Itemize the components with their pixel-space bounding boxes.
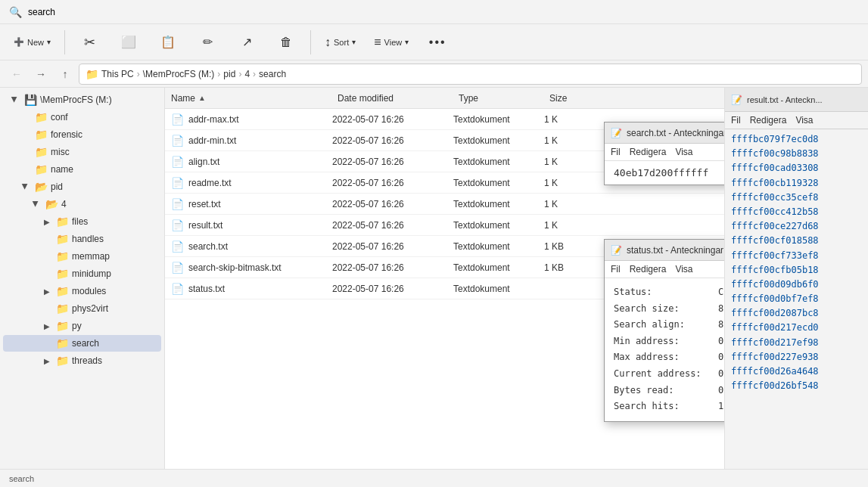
col-size[interactable]: Size: [549, 93, 610, 104]
file-icon: 📄: [171, 177, 184, 189]
file-name: result.txt: [188, 220, 332, 231]
file-name: addr-min.txt: [188, 135, 332, 146]
rename-icon: ✏: [203, 35, 213, 49]
expand-arrow-icon[interactable]: ▶: [20, 181, 32, 193]
status-row: Current address:0xfffff809bbbf6000: [614, 366, 724, 383]
expand-arrow-icon[interactable]: [20, 129, 32, 141]
file-type: Textdokument: [453, 220, 544, 231]
sidebar-item-misc[interactable]: 📁misc: [3, 144, 161, 160]
status-popup-menu: Fil Redigera Visa: [605, 261, 724, 278]
right-panel-line: ffffbc079f7ec0d8: [731, 132, 862, 147]
expand-arrow-icon[interactable]: [41, 268, 53, 280]
file-row[interactable]: 📄result.txt2022-05-07 16:26Textdokument1…: [165, 215, 724, 236]
more-button[interactable]: •••: [419, 27, 456, 57]
file-date: 2022-05-07 16:26: [332, 157, 453, 167]
up-button[interactable]: ↑: [54, 64, 76, 85]
expand-arrow-icon[interactable]: ▶: [41, 285, 53, 297]
search-popup-visa[interactable]: Visa: [675, 147, 692, 157]
search-popup-redigera[interactable]: Redigera: [630, 147, 667, 157]
view-button[interactable]: ≡ View ▾: [366, 27, 416, 57]
folder-icon: 📁: [35, 146, 48, 158]
col-date[interactable]: Date modified: [338, 93, 459, 104]
forward-button[interactable]: →: [30, 64, 51, 85]
sidebar-item-minidump[interactable]: 📁minidump: [3, 265, 161, 282]
folder-icon: 📁: [35, 129, 48, 141]
file-date: 2022-05-07 16:26: [332, 135, 453, 146]
right-panel-line: ffffcf00c98b8838: [731, 147, 862, 161]
search-txt-popup: 📝 search.txt - Anteckningar Fil Redigera…: [604, 122, 724, 185]
sidebar-item-pid[interactable]: ▶📂pid: [3, 178, 161, 195]
sidebar-item-search[interactable]: 📁search: [3, 335, 161, 352]
sidebar-item-name[interactable]: 📁name: [3, 161, 161, 178]
sidebar-item-conf[interactable]: 📁conf: [3, 109, 161, 126]
right-panel-line: ffffcf00ce227d68: [731, 219, 862, 234]
copy-button[interactable]: ⬜: [110, 27, 147, 57]
expand-arrow-icon[interactable]: ▶: [41, 216, 53, 228]
toolbar-separator: [64, 30, 65, 54]
expand-arrow-icon[interactable]: [20, 111, 32, 123]
sidebar-item-phys2virt[interactable]: 📁phys2virt: [3, 300, 161, 317]
file-type: Textdokument: [453, 114, 544, 125]
right-panel-visa[interactable]: Visa: [795, 115, 813, 126]
copy-icon: ⬜: [121, 35, 136, 49]
expand-arrow-icon[interactable]: [41, 302, 53, 315]
breadcrumb[interactable]: 📁 This PC › \MemProcFS (M:) › pid › 4 › …: [79, 64, 862, 85]
file-size: 1 K: [544, 178, 605, 188]
expand-arrow-icon[interactable]: [20, 146, 32, 158]
share-button[interactable]: ↗: [229, 27, 265, 57]
file-icon: 📄: [171, 283, 184, 295]
status-row: Bytes read:0x109e89000: [614, 383, 724, 399]
folder-icon: 📁: [56, 285, 69, 297]
sidebar-item-handles[interactable]: 📁handles: [3, 231, 161, 247]
sidebar-item-threads[interactable]: ▶📁threads: [3, 352, 161, 369]
paste-button[interactable]: 📋: [150, 27, 186, 57]
status-value: COMPLETED: [718, 284, 724, 301]
right-panel-line: ffffcf00d217ecd0: [731, 321, 862, 335]
sort-icon: ↕: [325, 36, 331, 49]
expand-arrow-icon[interactable]: ▶: [41, 355, 53, 367]
sidebar-item-4[interactable]: ▶📂4: [3, 196, 161, 212]
status-popup-visa[interactable]: Visa: [675, 264, 692, 275]
sidebar-item-memmap[interactable]: 📁memmap: [3, 248, 161, 265]
expand-arrow-icon[interactable]: [20, 163, 32, 175]
search-popup-fil[interactable]: Fil: [611, 147, 621, 157]
sidebar-item-forensic[interactable]: 📁forensic: [3, 126, 161, 143]
expand-arrow-icon[interactable]: [41, 233, 53, 245]
rename-button[interactable]: ✏: [189, 27, 226, 57]
sidebar-item-label: handles: [72, 234, 104, 244]
sidebar-item-files[interactable]: ▶📁files: [3, 213, 161, 230]
status-label: Search hits:: [614, 399, 712, 415]
expand-arrow-icon[interactable]: ▶: [9, 94, 21, 106]
sidebar-item--memprocfs--m--[interactable]: ▶💾\MemProcFS (M:): [3, 92, 161, 108]
file-list-area: Name ▲ Date modified Type Size 📄addr-max…: [165, 88, 724, 487]
status-label: Current address:: [614, 366, 712, 383]
sidebar-item-label: threads: [72, 355, 102, 366]
right-panel-fil[interactable]: Fil: [731, 115, 741, 126]
status-popup-redigera[interactable]: Redigera: [630, 264, 667, 275]
col-type[interactable]: Type: [459, 93, 549, 104]
cut-icon: ✂: [84, 34, 95, 51]
expand-arrow-icon[interactable]: [41, 337, 53, 349]
sort-button[interactable]: ↕ Sort ▾: [317, 27, 363, 57]
delete-button[interactable]: 🗑: [268, 27, 304, 57]
status-value: 18: [718, 399, 724, 415]
sidebar-item-label: pid: [51, 181, 63, 192]
new-button[interactable]: ➕ New ▾: [6, 27, 58, 57]
sidebar-item-label: misc: [51, 147, 70, 157]
folder-icon: 💾: [24, 94, 37, 106]
sidebar-item-modules[interactable]: ▶📁modules: [3, 283, 161, 299]
expand-arrow-icon[interactable]: ▶: [41, 320, 53, 332]
folder-icon: 📁: [56, 216, 69, 228]
back-button[interactable]: ←: [6, 64, 27, 85]
status-popup-fil[interactable]: Fil: [611, 264, 621, 275]
sidebar-item-py[interactable]: ▶📁py: [3, 318, 161, 334]
col-name[interactable]: Name ▲: [171, 93, 338, 104]
status-label: Max address:: [614, 349, 712, 366]
cut-button[interactable]: ✂: [71, 27, 107, 57]
expand-arrow-icon[interactable]: ▶: [30, 198, 42, 210]
sidebar-item-label: search: [72, 338, 99, 349]
right-panel-redigera[interactable]: Redigera: [750, 115, 787, 126]
folder-icon: 📁: [56, 268, 69, 280]
file-row[interactable]: 📄reset.txt2022-05-07 16:26Textdokument1 …: [165, 194, 724, 215]
expand-arrow-icon[interactable]: [41, 250, 53, 262]
